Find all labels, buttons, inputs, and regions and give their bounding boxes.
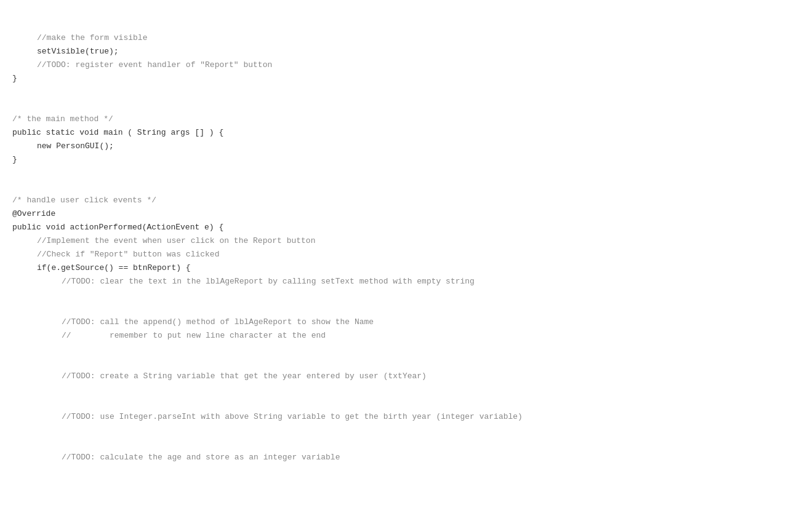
code-content: //make the form visiblesetVisible(true);…	[0, 0, 802, 471]
comment-text: //TODO: calculate the age and store as a…	[62, 451, 340, 465]
code-line: //TODO: calculate the age and store as a…	[0, 451, 802, 465]
code-line: if(e.getSource() == btnReport) {	[0, 262, 802, 276]
code-line: // remember to put new line character at…	[0, 330, 802, 343]
code-line: //TODO: clear the text in the lblAgeRepo…	[0, 276, 802, 289]
code-line	[0, 289, 802, 303]
code-line: new PersonGUI();	[0, 140, 802, 154]
code-text: public void actionPerformed(ActionEvent …	[12, 221, 223, 235]
code-text: public static void main ( String args []…	[12, 127, 223, 140]
code-line	[0, 343, 802, 357]
code-line: setVisible(true);	[0, 46, 802, 59]
code-text: if(e.getSource() == btnReport) {	[37, 262, 191, 276]
comment-text: //Implement the event when user click on…	[37, 235, 315, 248]
code-line: @Override	[0, 208, 802, 221]
code-line: //Implement the event when user click on…	[0, 235, 802, 248]
comment-text: //make the form visible	[37, 32, 147, 46]
code-line: public static void main ( String args []…	[0, 127, 802, 140]
code-line	[0, 100, 802, 113]
code-text: }	[12, 154, 17, 167]
code-text: }	[12, 73, 17, 86]
comment-text: /* the main method */	[12, 113, 113, 127]
code-line	[0, 397, 802, 411]
code-line: //TODO: use Integer.parseInt with above …	[0, 411, 802, 424]
comment-text: // remember to put new line character at…	[62, 330, 326, 343]
code-text: new PersonGUI();	[37, 140, 114, 154]
comment-text: //TODO: create a String variable that ge…	[62, 370, 427, 384]
comment-text: //TODO: call the append() method of lblA…	[62, 316, 374, 330]
code-line: }	[0, 154, 802, 167]
comment-text: //Check if "Report" button was clicked	[37, 248, 219, 262]
code-line	[0, 384, 802, 397]
code-line: //TODO: call the append() method of lblA…	[0, 316, 802, 330]
code-text: setVisible(true);	[37, 46, 119, 59]
comment-text: //TODO: use Integer.parseInt with above …	[62, 411, 523, 424]
code-line: /* the main method */	[0, 113, 802, 127]
code-line: }	[0, 73, 802, 86]
code-line: //TODO: register event handler of "Repor…	[0, 59, 802, 73]
code-line: public void actionPerformed(ActionEvent …	[0, 221, 802, 235]
code-line	[0, 303, 802, 316]
code-line: //TODO: create a String variable that ge…	[0, 370, 802, 384]
code-line	[0, 86, 802, 100]
comment-text: //TODO: clear the text in the lblAgeRepo…	[62, 276, 475, 289]
code-line: /* handle user click events */	[0, 194, 802, 208]
comment-text: //TODO: register event handler of "Repor…	[37, 59, 272, 73]
comment-text: /* handle user click events */	[12, 194, 156, 208]
code-text: @Override	[12, 208, 55, 221]
code-line	[0, 167, 802, 181]
code-editor: //make the form visiblesetVisible(true);…	[0, 0, 802, 532]
code-line	[0, 181, 802, 194]
code-line	[0, 357, 802, 370]
code-line: //make the form visible	[0, 32, 802, 46]
code-line	[0, 424, 802, 438]
code-line	[0, 438, 802, 451]
code-line: //Check if "Report" button was clicked	[0, 248, 802, 262]
